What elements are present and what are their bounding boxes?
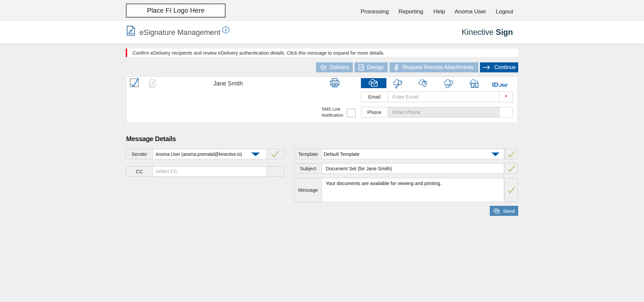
svg-text:1: 1 (152, 81, 154, 85)
svg-text:i: i (225, 27, 226, 33)
svg-text:x: x (128, 32, 129, 34)
svg-text:?: ? (423, 81, 426, 85)
